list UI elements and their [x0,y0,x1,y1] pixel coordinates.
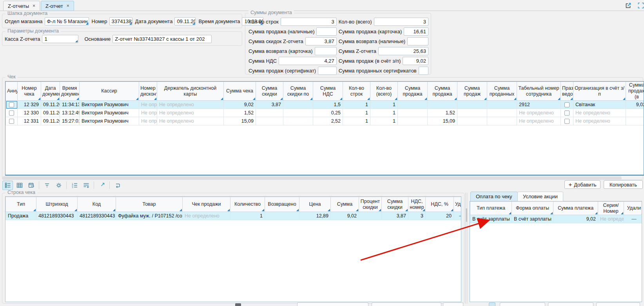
fullscreen-icon[interactable] [637,2,644,9]
column-header[interactable]: НДС, % [426,197,454,212]
column-header[interactable]: Кол-во строк [343,82,370,101]
column-header[interactable]: Чек продажи [183,197,230,212]
sum-input[interactable]: 3 [374,18,428,26]
store-department-input[interactable]: Ф-л № 5 Магазин № 08 [45,17,89,25]
vertical-splitter[interactable] [465,193,467,304]
row-checkbox[interactable] [564,119,570,124]
add-button[interactable]: + Добавить [564,180,600,189]
partial-button[interactable] [500,302,545,306]
document-date-input[interactable]: 09.11.20 [174,17,196,25]
column-header[interactable]: Время докумен [60,82,80,101]
tab-z-report[interactable]: Z-отчет × [41,1,74,11]
partial-control[interactable] [235,303,241,306]
sum-input[interactable]: 3,87 [305,37,337,45]
sum-input[interactable]: 9,02 [403,57,428,65]
column-header[interactable]: Держатель дисконтной карты [157,82,224,101]
column-header[interactable]: Удали [624,202,642,215]
sum-input[interactable] [318,67,337,75]
column-header[interactable]: Праз ведо [561,82,573,101]
horizontal-scrollbar[interactable] [2,176,622,180]
column-header[interactable]: Номер дисконт [139,82,157,101]
table-row[interactable]: 12 33109.11.2015:27:01Виктория Разумович… [6,117,644,125]
column-header[interactable]: Код [78,197,116,212]
sum-input[interactable]: 3 [281,18,337,26]
refresh-icon[interactable] [112,181,123,190]
column-header[interactable]: Сумма продажа [398,82,428,101]
column-header[interactable]: Удали [454,197,462,212]
table-row[interactable]: В счёт зарплатыВ счёт зарплаты9,02Не опр… [470,215,642,223]
column-header[interactable]: Сумма проданных [487,82,517,101]
row-checkbox[interactable] [9,119,14,124]
column-header[interactable]: Сумма продажа [428,82,457,101]
sum-input[interactable] [407,37,428,45]
close-icon[interactable]: × [33,4,35,8]
partial-button[interactable] [297,302,368,306]
partial-button[interactable] [548,302,593,306]
table-row[interactable]: Продажа48121893304434812189330443Фуфайка… [6,212,462,220]
row-checkbox[interactable] [9,110,14,116]
numbered-list-icon[interactable]: 123 [69,181,80,190]
field-label: Сумма продажа (карточка) [339,29,402,34]
tab-payment[interactable]: Оплата по чеку [470,192,518,201]
column-header[interactable]: Анну [6,82,18,101]
column-header[interactable]: Дата докумен [41,82,60,101]
cash-register-input[interactable]: 1 [42,35,78,43]
partial-button[interactable] [372,302,441,306]
column-header[interactable]: Штрихкод [36,197,78,212]
row-checkbox[interactable] [564,102,570,107]
sum-input[interactable] [316,27,336,36]
column-header[interactable]: Сумма скидки [382,197,408,212]
column-header[interactable]: Процент скидки [359,197,382,212]
column-header[interactable]: Организация в счёт з/п [573,82,626,101]
copy-button[interactable]: Копировать [604,180,643,189]
calendar-add-icon[interactable] [26,181,36,190]
column-header[interactable]: Возвращено [265,197,299,212]
tab-z-reports[interactable]: Z-отчеты × [3,1,40,11]
column-header[interactable]: Товар [116,197,183,212]
open-external-icon[interactable] [625,2,632,9]
column-header[interactable]: Сумма скидки [256,82,283,101]
filter-icon[interactable] [42,181,52,190]
column-header[interactable]: Сумма чека [224,82,256,101]
column-header[interactable]: Сумма скидки по [283,82,313,101]
column-header[interactable]: Тип [6,197,36,212]
table-row[interactable]: 12 33009.11.2013:12:49Виктория Разумович… [6,109,644,117]
column-header[interactable]: Кол-во (всего) [370,82,398,101]
column-header[interactable]: Количество [230,197,265,212]
sum-input[interactable]: 16,61 [404,27,428,36]
table-cell [265,212,299,220]
column-header[interactable]: Кассир [80,82,139,101]
row-checkbox[interactable] [9,102,14,107]
sum-input[interactable] [419,67,428,75]
column-header[interactable]: НДС, номер [408,197,426,212]
sum-input[interactable]: 25,63 [378,47,428,55]
column-header[interactable]: Форма оплаты [512,202,553,215]
column-header[interactable]: Сумма продаж [457,82,487,101]
partial-button[interactable] [443,302,463,306]
column-header[interactable]: Сумма НДС [313,82,343,101]
column-header[interactable]: Цена [299,197,331,212]
sum-input[interactable]: 4,27 [279,57,337,65]
list-view-icon[interactable] [2,181,13,190]
grid-view-icon[interactable] [14,181,25,190]
column-header[interactable]: Сумма платежа [553,202,598,215]
column-header[interactable]: Номер чека [18,82,41,101]
column-header[interactable]: Табельный номер сотрудника [517,82,561,101]
settings-gear-icon[interactable] [53,181,64,190]
row-checkbox[interactable] [564,110,570,116]
number-input[interactable]: 33741382 [109,17,132,25]
column-header[interactable]: Сумма продаж (в [626,82,644,101]
table-row[interactable]: 12 32909.11.2011:34:13Виктория Разумович… [6,101,644,109]
column-header[interactable]: Тип платежа [470,202,512,215]
basis-input[interactable]: Z-отчет №337413827 с кассы 1 от 202 [112,35,212,43]
close-icon[interactable]: × [67,4,69,8]
tab-promo-condition[interactable]: Условие акции [517,192,563,201]
partial-button[interactable] [596,302,640,306]
column-header[interactable]: Сумма [331,197,359,212]
column-header[interactable]: Серия/ Номер [598,202,624,215]
open-external-icon[interactable] [96,181,107,190]
partial-button[interactable] [489,302,495,306]
sum-input[interactable] [315,47,337,55]
table-cell: Світанак [573,101,626,109]
add-row-icon[interactable] [81,181,91,190]
